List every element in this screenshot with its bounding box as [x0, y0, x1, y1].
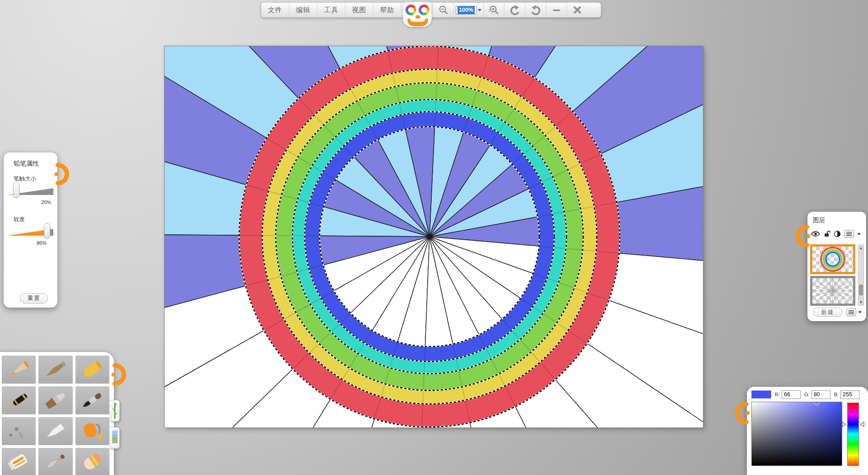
layer-lock-button[interactable]: [823, 230, 830, 238]
color-panel-handle[interactable]: [737, 401, 751, 425]
pencil-panel-handle[interactable]: [53, 162, 67, 186]
airbrush-icon: [4, 418, 34, 444]
layers-scrollbar-thumb[interactable]: [859, 285, 863, 295]
brush-size-slider[interactable]: [7, 182, 53, 199]
redo-icon: [530, 4, 542, 16]
rainbow-sunburst-artwork: [165, 46, 703, 428]
ink-brush-icon: [77, 388, 107, 413]
green-input[interactable]: 80: [811, 390, 830, 399]
softness-fill: [7, 229, 47, 236]
layer-opacity-button[interactable]: [834, 230, 841, 238]
saturation-value-picker[interactable]: [751, 402, 842, 466]
pencil-icon: [4, 357, 34, 382]
tool-charcoal-stick[interactable]: [38, 356, 72, 384]
minimize-button[interactable]: [546, 3, 567, 17]
green-label: G:: [804, 392, 810, 397]
softness-handle[interactable]: [44, 223, 50, 238]
tool-fountain-pen[interactable]: [2, 386, 36, 414]
layer-menu-lines-icon: [846, 232, 852, 236]
minimize-icon: [552, 5, 561, 15]
visibility-eye-icon: [811, 231, 820, 237]
hue-arrow-left-icon[interactable]: [842, 422, 846, 427]
picture-icon: [112, 429, 118, 447]
redo-button[interactable]: [525, 3, 546, 17]
tool-paint-roller[interactable]: [75, 417, 109, 445]
clown-right-eye-icon: [419, 5, 429, 15]
layer-item-rainbow-ring[interactable]: [810, 244, 855, 274]
layers-bottom-menu-caret[interactable]: [858, 311, 862, 314]
current-color-swatch: [751, 390, 771, 399]
layers-panel-title: 图层: [813, 216, 825, 224]
layers-panel-handle[interactable]: [798, 224, 811, 248]
tools-palette-handle[interactable]: [110, 363, 124, 386]
layer-menu-button[interactable]: [844, 230, 854, 238]
undo-icon: [509, 4, 521, 16]
color-picker-panel: R: 66 G: 80 B: 255: [747, 387, 868, 475]
tools-grid: [2, 356, 109, 475]
zoom-out-icon: [438, 5, 449, 15]
new-layer-button[interactable]: 新建: [813, 308, 843, 317]
paint-roller-icon: [77, 418, 107, 444]
brush-size-value: 20%: [41, 200, 51, 205]
blue-input[interactable]: 255: [840, 390, 859, 399]
zoom-level-input[interactable]: 100%: [456, 6, 476, 14]
menu-file[interactable]: 文件: [261, 3, 289, 17]
hue-arrow-right-icon[interactable]: [860, 422, 864, 427]
rainbow-ring-thumbnail: [812, 247, 853, 272]
tool-pencil[interactable]: [2, 356, 36, 384]
brush-size-label: 笔触大小: [14, 175, 36, 183]
layer-menu-caret[interactable]: [857, 233, 861, 235]
reset-button[interactable]: 重置: [20, 293, 48, 304]
tool-ink-brush[interactable]: [75, 386, 109, 414]
layer-visibility-button[interactable]: [811, 231, 820, 237]
paper-stump-icon: [41, 418, 71, 444]
menu-tools[interactable]: 工具: [317, 3, 345, 17]
bamboo-stamp-tab[interactable]: [110, 400, 120, 422]
top-toolbar: 文件 编辑 工具 视图 帮助 100%: [261, 2, 601, 18]
tools-palette: [0, 352, 114, 475]
softness-value: 86%: [37, 240, 47, 246]
zoom-level-value: 100%: [458, 6, 475, 14]
zoom-level-segment: 100%: [454, 3, 484, 17]
unlock-icon: [823, 230, 830, 238]
zoom-dropdown-caret[interactable]: [478, 9, 481, 11]
tool-palette-knife[interactable]: [38, 448, 72, 475]
tool-airbrush[interactable]: [2, 417, 36, 445]
fountain-pen-icon: [4, 388, 34, 413]
scroll-up-icon[interactable]: ▲: [859, 245, 863, 251]
clown-smile-icon: [407, 19, 428, 26]
clown-left-eye-icon: [406, 5, 416, 15]
menu-edit[interactable]: 编辑: [289, 3, 317, 17]
green-value: 80: [814, 391, 820, 398]
scroll-down-icon[interactable]: ▼: [859, 299, 863, 305]
palette-knife-icon: [41, 449, 71, 475]
paint-tube-icon: [4, 449, 34, 475]
close-button[interactable]: [567, 3, 588, 17]
pencil-panel-title: 铅笔属性: [14, 160, 39, 168]
layers-bottom-menu-lines-icon: [848, 310, 854, 314]
drawing-canvas[interactable]: [165, 46, 703, 428]
layers-scrollbar[interactable]: ▲ ▼: [858, 244, 864, 306]
picture-stamp-tab[interactable]: [110, 427, 120, 449]
undo-button[interactable]: [505, 3, 525, 17]
tool-crayon[interactable]: [75, 356, 109, 384]
pencil-properties-panel: 铅笔属性 笔触大小 20% 软度 86% 重置: [4, 152, 57, 308]
tool-paper-stump[interactable]: [38, 417, 72, 445]
layers-bottom-menu-button[interactable]: [846, 308, 856, 316]
opacity-half-circle-icon: [834, 230, 841, 238]
softness-slider[interactable]: [7, 223, 53, 239]
zoom-out-button[interactable]: [433, 3, 454, 17]
hue-slider[interactable]: [847, 403, 859, 466]
sunburst-lines-thumbnail: [812, 278, 853, 304]
zoom-in-button[interactable]: [484, 3, 505, 17]
app-logo-segment: [401, 3, 433, 17]
tool-paint-tube[interactable]: [2, 448, 36, 475]
tool-flat-brush[interactable]: [38, 386, 72, 414]
tool-eraser[interactable]: [75, 448, 109, 475]
red-input[interactable]: 66: [782, 390, 801, 399]
layer-item-sunburst-lines[interactable]: [810, 276, 855, 306]
brush-size-handle[interactable]: [13, 182, 19, 198]
menu-help[interactable]: 帮助: [373, 3, 401, 17]
menu-view[interactable]: 视图: [345, 3, 373, 17]
color-cursor-icon[interactable]: [814, 402, 820, 405]
